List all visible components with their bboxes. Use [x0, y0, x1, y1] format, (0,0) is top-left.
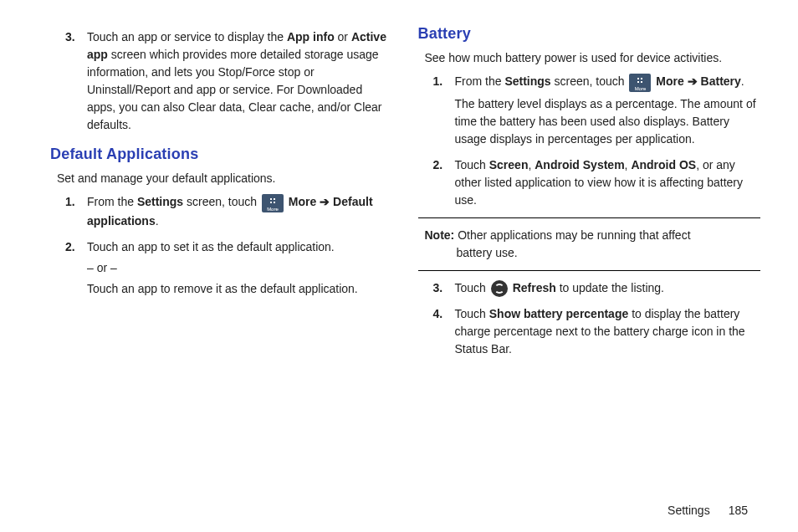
more-icon — [629, 74, 651, 92]
section-heading-default-applications: Default Applications — [50, 146, 393, 163]
list-item: 3. Touch an app or service to display th… — [65, 28, 393, 134]
list-number: 3. — [65, 28, 87, 134]
list-number: 2. — [433, 156, 455, 209]
list-text: Touch an app to set it as the default ap… — [87, 238, 393, 298]
list-item: 1. From the Settings screen, touch More … — [433, 73, 761, 147]
right-column: Battery See how much battery power is us… — [418, 25, 761, 515]
page: 3. Touch an app or service to display th… — [0, 0, 798, 532]
note-text: Other applications may be running that a… — [454, 228, 690, 242]
left-column: 3. Touch an app or service to display th… — [50, 25, 393, 515]
more-icon — [262, 194, 284, 212]
list-number: 1. — [433, 73, 455, 147]
list-item: 2. Touch an app to set it as the default… — [65, 238, 393, 298]
page-footer: Settings185 — [668, 504, 748, 517]
list-text: From the Settings screen, touch More ➔ D… — [87, 193, 393, 229]
divider — [418, 270, 761, 271]
list-text: From the Settings screen, touch More ➔ B… — [455, 73, 761, 147]
section-heading-battery: Battery — [418, 25, 761, 43]
list-text: Touch an app or service to display the A… — [87, 28, 393, 134]
refresh-icon — [491, 280, 508, 297]
list-text: Touch Show battery percentage to display… — [455, 305, 761, 358]
section-description: Set and manage your default applications… — [57, 170, 393, 187]
list-text: Touch Screen, Android System, Android OS… — [455, 156, 761, 209]
section-description: See how much battery power is used for d… — [425, 49, 761, 66]
list-number: 3. — [433, 279, 455, 297]
footer-section: Settings — [668, 504, 710, 517]
note-block: Note: Other applications may be running … — [425, 227, 755, 262]
list-number: 1. — [65, 193, 87, 229]
list-number: 2. — [65, 238, 87, 298]
list-number: 4. — [433, 305, 455, 358]
note-text: battery use. — [457, 244, 755, 262]
list-item: 2. Touch Screen, Android System, Android… — [433, 156, 761, 209]
list-item: 4. Touch Show battery percentage to disp… — [433, 305, 761, 358]
note-label: Note: — [425, 228, 455, 242]
list-text: Touch Refresh to update the listing. — [455, 279, 761, 297]
list-item: 1. From the Settings screen, touch More … — [65, 193, 393, 229]
divider — [418, 217, 761, 218]
list-item: 3. Touch Refresh to update the listing. — [433, 279, 761, 297]
footer-page-number: 185 — [729, 504, 748, 517]
